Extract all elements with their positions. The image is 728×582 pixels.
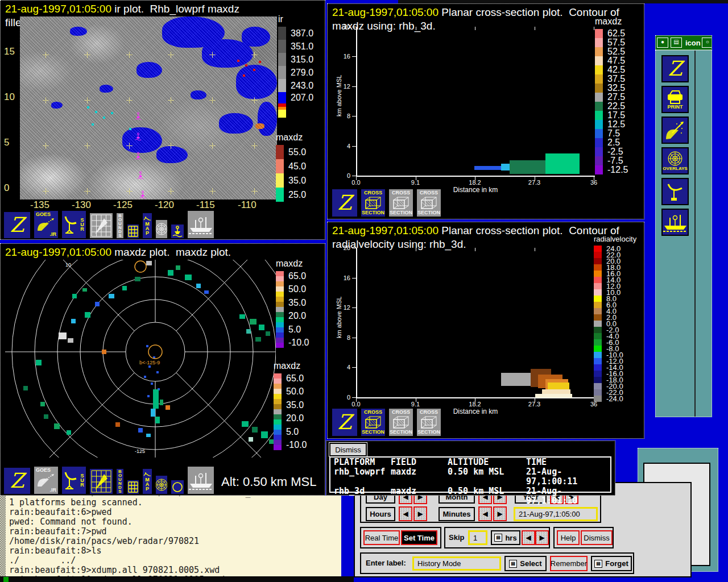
x-axis-tick-label: -110 — [238, 199, 257, 211]
table-cell: rhb_lowprf — [334, 467, 391, 487]
skip-forward-button[interactable]: ▶ — [535, 530, 549, 545]
colorbar-tick-label: -2.5 — [607, 147, 628, 156]
terminal-scrollbar[interactable] — [0, 496, 6, 576]
report-marker — [259, 61, 261, 63]
cross-section-icon-active[interactable]: CROSS SECTION — [360, 408, 386, 437]
cross-section-plot[interactable]: km above MSLDistance in km2016128400.09.… — [356, 248, 595, 398]
radar-ppi-display[interactable]: b<-125-910-125 — [4, 260, 276, 458]
z-logo-icon[interactable]: Z — [331, 188, 358, 218]
grid-cross-icon — [251, 97, 258, 103]
window-minimize-icon[interactable]: ○ — [702, 38, 712, 48]
y-tick-label: 8 — [347, 334, 350, 341]
circle-icon[interactable] — [170, 479, 185, 495]
ship-icon[interactable] — [661, 209, 689, 236]
window-doc-icon[interactable]: ▤ — [671, 38, 682, 48]
web-overlay-icon[interactable] — [155, 219, 168, 239]
colorbar-segment — [276, 297, 284, 302]
z-logo-icon[interactable]: Z — [331, 408, 358, 437]
status-square — [3, 577, 9, 582]
overlays-icon[interactable]: OVERLAYS — [661, 147, 689, 174]
z-logo-icon[interactable]: Z — [661, 55, 689, 82]
help-button[interactable]: Help — [557, 530, 580, 545]
set-time-button[interactable]: Set Time — [401, 530, 437, 545]
cube-glyph — [420, 415, 438, 430]
goes-ir-icon[interactable]: GOES .IR — [33, 465, 59, 495]
select-button[interactable]: ▤Select — [504, 556, 547, 571]
colorbar-segment — [276, 159, 284, 173]
colorbar-segment — [278, 53, 286, 66]
cross-section-plot[interactable]: km above MSLDistance in km2016128400.09.… — [356, 27, 595, 177]
contour-region — [545, 153, 580, 174]
window-menu-icon[interactable]: ● — [657, 38, 668, 48]
ir-plot-title: 21-aug-1997,01:05:00 ir plot. Rhb_lowprf… — [5, 3, 239, 15]
grid-radar-icon[interactable] — [89, 212, 114, 239]
colorbar-segment — [278, 79, 286, 92]
colorbar-tick-label: 50.0 — [286, 386, 307, 397]
map-icon[interactable]: M A P — [142, 212, 153, 239]
colorbar-segment — [594, 358, 602, 364]
cube-glyph — [392, 415, 410, 430]
remember-button[interactable]: Remember — [550, 556, 588, 571]
ship-icon[interactable] — [187, 210, 215, 239]
colorbar-segment — [278, 66, 286, 79]
hours-decrement-button[interactable]: ◀ — [399, 506, 412, 521]
terminal-window[interactable]: rain:beaufait:5>/zeb50.2.5o12/bin/dsresc… — [0, 496, 341, 576]
cross-section-icon[interactable]: CROSS SECTION — [388, 408, 414, 437]
cube-glyph — [364, 415, 382, 430]
hrs-menu-button[interactable]: ▤hrs — [491, 530, 520, 545]
colorbar-title: maxdz — [274, 361, 307, 371]
dismiss-button[interactable]: Dismiss — [581, 530, 613, 545]
time-value-field[interactable]: 21-Aug-97,1:05:00 — [514, 507, 598, 521]
satellite-image[interactable] — [20, 16, 277, 199]
grid-radar-glyph — [90, 469, 112, 493]
y-tick-label: 0 — [347, 172, 350, 179]
z-logo-icon[interactable]: Z — [3, 211, 31, 239]
minutes-increment-button[interactable]: ▶ — [493, 506, 507, 521]
colorbar-segment — [595, 38, 603, 47]
grid-radar-icon[interactable] — [89, 468, 114, 495]
surveillance-radar-icon[interactable]: S U R — [61, 465, 87, 495]
cross-section-icon[interactable]: CROSS SECTION — [416, 188, 442, 218]
cross-section-title: 21-aug-1997,01:05:00 Planar cross-sectio… — [332, 225, 619, 237]
goes-ir-icon[interactable]: GOES .IR — [33, 210, 59, 239]
minutes-decrement-button[interactable]: ◀ — [478, 506, 492, 521]
dismiss-button[interactable]: Dismiss — [329, 443, 367, 456]
grid-icon[interactable] — [126, 223, 140, 239]
web-overlay-icon[interactable] — [155, 475, 168, 495]
ship-icon[interactable] — [187, 465, 215, 495]
label-value-field[interactable]: History Mode — [412, 556, 501, 571]
colorbar-tick-label: 387.0 — [291, 27, 313, 40]
colorbar-segment — [276, 312, 284, 317]
minutes-button[interactable]: Minutes — [439, 507, 475, 521]
cloud-blob — [70, 27, 87, 36]
bounds-icon[interactable]: B O U N D S — [115, 468, 125, 495]
z-logo-icon[interactable]: Z — [3, 467, 31, 495]
hours-button[interactable]: Hours — [366, 507, 395, 521]
skip-back-button[interactable]: ◀ — [522, 530, 535, 545]
map-icon[interactable]: M A P — [142, 468, 153, 495]
hours-increment-button[interactable]: ▶ — [413, 506, 427, 521]
colorbar-segment — [276, 271, 284, 276]
table-cell: FIELD — [391, 458, 448, 467]
forget-button[interactable]: ▤Forget — [591, 556, 632, 571]
maxdz-colorbar-2: maxdz65.050.035.020.05.0-10.0 — [274, 361, 307, 450]
buoy-icon[interactable] — [170, 223, 185, 239]
cross-section-icon[interactable]: CROSS SECTION — [416, 408, 442, 437]
print-icon[interactable]: PRINT — [661, 86, 689, 113]
colorbar-segment — [595, 129, 603, 138]
colorbar-tick-label: 45.0 — [288, 159, 306, 173]
satellite-beam-icon[interactable] — [661, 117, 689, 144]
cross-section-icon[interactable]: CROSS SECTION — [388, 188, 414, 218]
radar-antenna-icon[interactable] — [661, 178, 689, 205]
grid-cross-icon — [251, 52, 258, 58]
grid-icon[interactable] — [126, 479, 140, 495]
cross-section-icon-active[interactable]: CROSS SECTION — [360, 188, 386, 218]
colorbar-tick-label: 5.0 — [286, 427, 307, 437]
bounds-icon[interactable]: B O U N D S — [115, 212, 125, 239]
surveillance-radar-icon[interactable]: S U R — [61, 210, 87, 239]
colorbar-segment — [276, 286, 284, 292]
buoy-marker-icon — [135, 132, 142, 140]
skip-value-field[interactable]: 1 — [468, 530, 487, 545]
real-time-button[interactable]: Real Time — [363, 530, 400, 545]
y-tick — [352, 56, 356, 57]
